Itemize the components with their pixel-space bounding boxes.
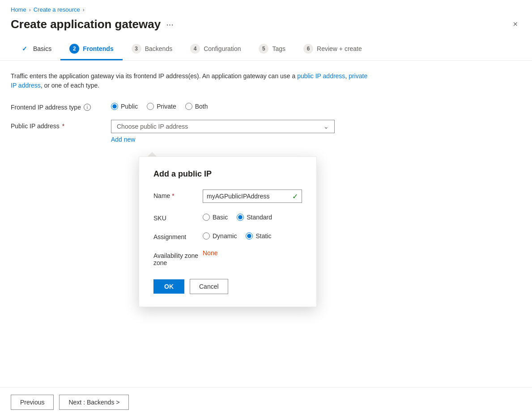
assignment-dynamic-option[interactable]: Dynamic bbox=[203, 232, 237, 240]
tab-review[interactable]: 6 Review + create bbox=[294, 38, 371, 60]
avail-zone-value: None bbox=[203, 247, 217, 257]
modal-title: Add a public IP bbox=[153, 169, 302, 179]
tab-backends-label: Backends bbox=[145, 45, 172, 52]
tab-frontends-icon: 2 bbox=[69, 44, 79, 54]
assignment-static-input[interactable] bbox=[246, 232, 253, 240]
radio-private-label: Private bbox=[157, 103, 176, 110]
modal-assignment-field: Dynamic Static bbox=[203, 231, 302, 240]
breadcrumb-create-resource[interactable]: Create a resource bbox=[34, 6, 80, 13]
public-ip-required: * bbox=[62, 122, 64, 130]
breadcrumb-sep-2: › bbox=[83, 7, 85, 13]
modal-buttons: OK Cancel bbox=[153, 279, 302, 294]
cancel-button[interactable]: Cancel bbox=[190, 279, 228, 294]
sku-basic-input[interactable] bbox=[203, 214, 210, 221]
modal-name-row: Name * ✓ bbox=[153, 190, 302, 203]
tab-review-label: Review + create bbox=[317, 45, 362, 52]
ellipsis-menu[interactable]: ··· bbox=[166, 19, 174, 29]
page-wrapper: Home › Create a resource › Create applic… bbox=[0, 0, 532, 417]
next-button[interactable]: Next : Backends > bbox=[59, 395, 129, 410]
tab-configuration-label: Configuration bbox=[204, 45, 241, 52]
public-ip-dropdown[interactable]: Choose public IP address ⌄ bbox=[111, 120, 335, 133]
modal-overlay: Add a public IP Name * ✓ bbox=[139, 152, 317, 307]
public-ip-link[interactable]: public IP address bbox=[297, 72, 345, 80]
public-ip-placeholder: Choose public IP address bbox=[117, 123, 188, 130]
modal-assignment-row: Assignment Dynamic Static bbox=[153, 231, 302, 240]
assignment-static-label: Static bbox=[255, 232, 271, 240]
tab-review-icon: 6 bbox=[303, 44, 313, 54]
sku-radio-group: Basic Standard bbox=[203, 212, 302, 221]
breadcrumb-home[interactable]: Home bbox=[11, 6, 26, 13]
modal-sku-label: SKU bbox=[153, 212, 203, 222]
frontend-description: Traffic enters the application gateway v… bbox=[11, 72, 369, 90]
modal-name-field: ✓ bbox=[203, 190, 302, 203]
assignment-radio-group: Dynamic Static bbox=[203, 231, 302, 240]
public-ip-field-wrapper: Choose public IP address ⌄ Add new bbox=[111, 120, 335, 143]
assignment-dynamic-input[interactable] bbox=[203, 232, 210, 240]
tab-tags[interactable]: 5 Tags bbox=[250, 38, 294, 60]
ip-type-info-icon[interactable]: i bbox=[84, 104, 91, 111]
tab-tags-icon: 5 bbox=[259, 44, 268, 54]
sku-standard-label: Standard bbox=[247, 214, 272, 221]
add-public-ip-modal: Add a public IP Name * ✓ bbox=[139, 156, 317, 307]
tab-configuration-icon: 4 bbox=[190, 44, 200, 54]
modal-name-required: * bbox=[172, 192, 174, 199]
page-title: Create application gateway bbox=[11, 17, 161, 31]
sku-standard-option[interactable]: Standard bbox=[237, 214, 272, 221]
main-content: Traffic enters the application gateway v… bbox=[0, 61, 532, 387]
radio-public-label: Public bbox=[121, 103, 138, 110]
ip-type-label: Frontend IP address type i bbox=[11, 101, 100, 111]
modal-avail-zone-label: Availability zone zone bbox=[153, 249, 203, 266]
breadcrumb-sep-1: › bbox=[29, 7, 31, 13]
tab-configuration[interactable]: 4 Configuration bbox=[181, 38, 250, 60]
assignment-dynamic-label: Dynamic bbox=[213, 232, 237, 240]
tab-frontends-label: Frontends bbox=[83, 45, 113, 52]
sku-basic-option[interactable]: Basic bbox=[203, 214, 228, 221]
public-ip-label: Public IP address * bbox=[11, 120, 100, 130]
tab-basics-label: Basics bbox=[33, 45, 51, 52]
radio-both-label: Both bbox=[195, 103, 208, 110]
modal-assignment-label: Assignment bbox=[153, 231, 203, 240]
chevron-down-icon: ⌄ bbox=[323, 123, 329, 130]
assignment-static-option[interactable]: Static bbox=[246, 232, 271, 240]
modal-name-label: Name * bbox=[153, 190, 203, 199]
tab-tags-label: Tags bbox=[272, 45, 285, 52]
add-new-link[interactable]: Add new bbox=[111, 136, 335, 143]
tab-backends-icon: 3 bbox=[132, 44, 141, 54]
public-ip-dropdown-wrapper: Choose public IP address ⌄ bbox=[111, 120, 335, 133]
sku-basic-label: Basic bbox=[213, 214, 228, 221]
radio-both-input[interactable] bbox=[185, 103, 192, 110]
page-footer: Previous Next : Backends > bbox=[0, 387, 532, 417]
ip-type-radio-group: Public Private Both bbox=[111, 101, 208, 110]
tab-basics[interactable]: ✓ Basics bbox=[11, 38, 60, 60]
modal-sku-field: Basic Standard bbox=[203, 212, 302, 221]
radio-public[interactable]: Public bbox=[111, 103, 138, 110]
ok-button[interactable]: OK bbox=[153, 279, 184, 294]
modal-avail-zone-row: Availability zone zone None bbox=[153, 249, 302, 266]
public-ip-row: Public IP address * Choose public IP add… bbox=[11, 120, 521, 143]
radio-both[interactable]: Both bbox=[185, 103, 208, 110]
ip-type-row: Frontend IP address type i Public Privat… bbox=[11, 101, 521, 111]
breadcrumb: Home › Create a resource › bbox=[0, 0, 532, 16]
title-bar: Create application gateway ··· × bbox=[0, 16, 532, 38]
tab-basics-icon: ✓ bbox=[20, 44, 30, 54]
wizard-tabs: ✓ Basics 2 Frontends 3 Backends 4 Config… bbox=[0, 38, 532, 61]
close-button[interactable]: × bbox=[509, 18, 521, 31]
modal-zone-label-2: zone bbox=[153, 259, 167, 266]
tab-frontends[interactable]: 2 Frontends bbox=[60, 38, 122, 60]
name-input-wrapper: ✓ bbox=[203, 190, 302, 203]
previous-button[interactable]: Previous bbox=[11, 395, 54, 410]
radio-private[interactable]: Private bbox=[147, 103, 176, 110]
radio-private-input[interactable] bbox=[147, 103, 154, 110]
valid-check-icon: ✓ bbox=[289, 192, 302, 201]
modal-sku-row: SKU Basic Standard bbox=[153, 212, 302, 222]
sku-standard-input[interactable] bbox=[237, 214, 244, 221]
name-input[interactable] bbox=[203, 190, 289, 202]
radio-public-input[interactable] bbox=[111, 103, 118, 110]
modal-avail-zone-field: None bbox=[203, 249, 302, 257]
tab-backends[interactable]: 3 Backends bbox=[123, 38, 181, 60]
